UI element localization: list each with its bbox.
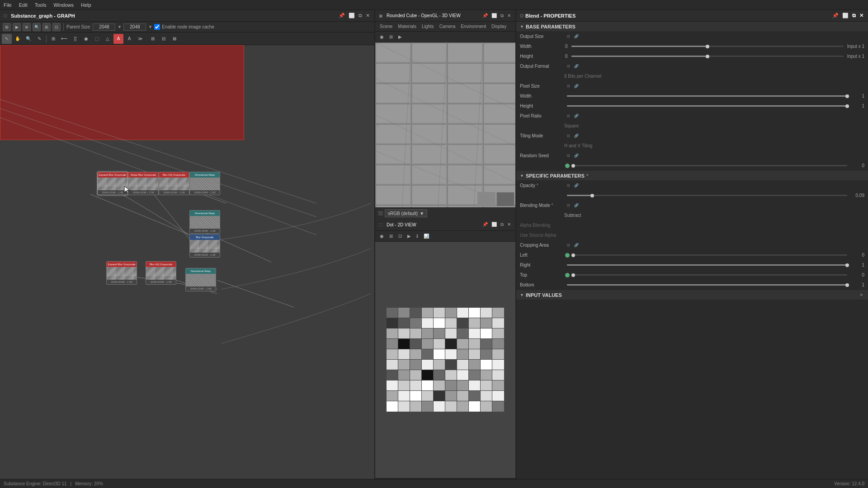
toolbar-icon-5[interactable]: ⊞ [42, 23, 51, 31]
output-height-thumb[interactable] [706, 55, 709, 58]
tiling-mode-link[interactable]: 🔗 [573, 133, 580, 139]
menu-edit[interactable]: Edit [19, 2, 28, 8]
float-icon[interactable]: ⧉ [358, 12, 363, 19]
nodegraph-canvas[interactable]: Expand Blur Grayscale 2048×2048 - 1.58 S… [0, 45, 374, 488]
3d-nav-icon[interactable]: ☰ [376, 122, 380, 127]
tool-link[interactable]: ⟵ [59, 34, 69, 44]
2d-toolbar-icon4[interactable]: ▶ [406, 233, 413, 239]
input-values-add[interactable]: ⊕ [858, 292, 864, 298]
opacity-link[interactable]: 🔗 [573, 183, 580, 189]
view2d-maximize[interactable]: ⬜ [491, 221, 498, 228]
3d-toolbar-icon1[interactable]: ◉ [378, 33, 386, 40]
node-n7[interactable]: Expand Blur Grayscale 2048×2048 - 1.58 [106, 261, 137, 285]
pixel-ratio-link[interactable]: 🔗 [573, 113, 580, 119]
output-width-slider[interactable] [571, 46, 844, 47]
view2d-pin[interactable]: 📌 [481, 221, 489, 228]
pixel-width-slider[interactable] [567, 95, 847, 97]
view3d-canvas[interactable]: ☰ [375, 42, 515, 207]
opacity-edit[interactable]: ⊡ [565, 183, 571, 189]
toolbar-icon-4[interactable]: 🔍 [33, 23, 41, 31]
tool-info[interactable]: ⊞ [148, 34, 158, 44]
crop-left-slider[interactable] [573, 254, 847, 256]
cropping-area-link[interactable]: 🔗 [573, 242, 580, 249]
pixel-ratio-edit[interactable]: ⊡ [565, 113, 571, 119]
tab-lights[interactable]: Lights [419, 23, 437, 30]
node-n4[interactable]: Directional Warp 2048×2048 - 1.58 [189, 172, 220, 195]
crop-top-thumb[interactable] [571, 273, 575, 277]
view3d-maximize[interactable]: ⬜ [491, 12, 498, 19]
props-pin[interactable]: 📌 [831, 12, 840, 19]
tool-group[interactable]: ⬚ [92, 34, 102, 44]
view2d-canvas[interactable] [375, 242, 515, 478]
tool-3d[interactable]: △ [103, 34, 113, 44]
tool-extra2[interactable]: ⊠ [170, 34, 179, 44]
crop-right-thumb[interactable] [845, 263, 849, 267]
opacity-slider[interactable] [567, 195, 847, 196]
tab-materials[interactable]: Materials [395, 23, 419, 30]
pixel-height-slider[interactable] [567, 105, 847, 107]
toolbar-icon-2[interactable]: ▶ [13, 23, 21, 31]
random-seed-edit[interactable]: ⊡ [565, 153, 571, 159]
3d-toolbar-icon2[interactable]: ⊞ [387, 33, 395, 40]
menu-file[interactable]: File [4, 2, 12, 8]
pin-icon[interactable]: 📌 [338, 12, 346, 19]
thumb-1[interactable] [477, 192, 495, 206]
2d-toolbar-icon1[interactable]: ◉ [378, 233, 386, 239]
props-maximize[interactable]: ⬜ [841, 12, 849, 19]
toolbar-icon-1[interactable]: ⊞ [3, 23, 11, 31]
view3d-close[interactable]: ✕ [506, 12, 512, 19]
node-n6[interactable]: Blur Grayscale 2048×2048 - 1.58 [189, 234, 220, 258]
tool-preview[interactable]: ◉ [81, 34, 91, 44]
menu-tools[interactable]: Tools [35, 2, 47, 8]
base-params-section[interactable]: ▼ BASE PARAMETERS [516, 22, 868, 32]
tool-grid[interactable]: ⊞ [48, 34, 58, 44]
specific-params-section[interactable]: ▼ SPECIFIC PARAMETERS * [516, 171, 868, 181]
tool-comment[interactable]: ✎ [34, 34, 44, 44]
toolbar-icon-3[interactable]: ⊕ [23, 23, 31, 31]
tool-select[interactable]: ↖ [2, 34, 12, 44]
view3d-float[interactable]: ⧉ [500, 12, 505, 19]
view3d-pin[interactable]: 📌 [481, 12, 489, 19]
output-format-link[interactable]: 🔗 [573, 63, 580, 70]
2d-toolbar-icon5[interactable]: ℹ [415, 233, 420, 239]
node-n3[interactable]: Blur HQ Grayscale 2048×2048 - 1.58 [159, 172, 189, 195]
opacity-thumb[interactable] [590, 194, 594, 197]
tool-comment2[interactable]: A [124, 34, 134, 44]
tool-arrange[interactable]: ⣿ [70, 34, 80, 44]
output-size-link[interactable]: 🔗 [573, 33, 580, 40]
crop-left-thumb[interactable] [571, 253, 575, 257]
props-float[interactable]: ⧉ [851, 12, 857, 19]
tab-scene[interactable]: Scene [377, 23, 395, 30]
node-n5[interactable]: Directional Warp 2048×2048 - 1.58 [189, 210, 220, 234]
parent-size-height[interactable] [123, 23, 146, 31]
tool-zoom[interactable]: 🔍 [24, 34, 33, 44]
blending-mode-link[interactable]: 🔗 [573, 202, 580, 209]
output-height-slider[interactable] [571, 56, 844, 57]
random-seed-slider[interactable] [573, 165, 847, 166]
node-n9[interactable]: Directional Warp 2048×2048 - 1.58 [185, 268, 216, 291]
pixel-size-edit[interactable]: ⊡ [565, 83, 571, 89]
maximize-icon[interactable]: ⬜ [348, 12, 356, 19]
tool-extra[interactable]: ⊟ [159, 34, 169, 44]
pixel-height-thumb[interactable] [845, 104, 849, 108]
tab-camera[interactable]: Camera [437, 23, 458, 30]
node-n8[interactable]: Blur HQ Grayscale 2048×2048 - 1.58 [146, 261, 176, 285]
input-values-section[interactable]: ▼ INPUT VALUES ⊕ [516, 290, 868, 300]
tool-more[interactable]: ≫ [135, 34, 145, 44]
tab-display[interactable]: Display [489, 23, 509, 30]
output-size-edit[interactable]: ⊡ [565, 33, 571, 40]
menu-help[interactable]: Help [81, 2, 91, 8]
tool-color[interactable]: A [113, 34, 123, 44]
enable-cache-checkbox[interactable] [154, 24, 160, 30]
props-close[interactable]: ✕ [859, 12, 864, 19]
crop-bottom-thumb[interactable] [845, 283, 849, 287]
2d-toolbar-icon3[interactable]: ⊡ [396, 233, 404, 239]
random-seed-link[interactable]: 🔗 [573, 153, 580, 159]
pixel-width-thumb[interactable] [845, 94, 849, 98]
2d-toolbar-icon6[interactable]: 📊 [422, 233, 431, 239]
menu-windows[interactable]: Windows [53, 2, 74, 8]
pixel-size-link[interactable]: 🔗 [573, 83, 580, 89]
view2d-close[interactable]: ✕ [506, 221, 512, 228]
toolbar-icon-6[interactable]: ⊡ [52, 23, 61, 31]
output-width-thumb[interactable] [706, 45, 709, 48]
